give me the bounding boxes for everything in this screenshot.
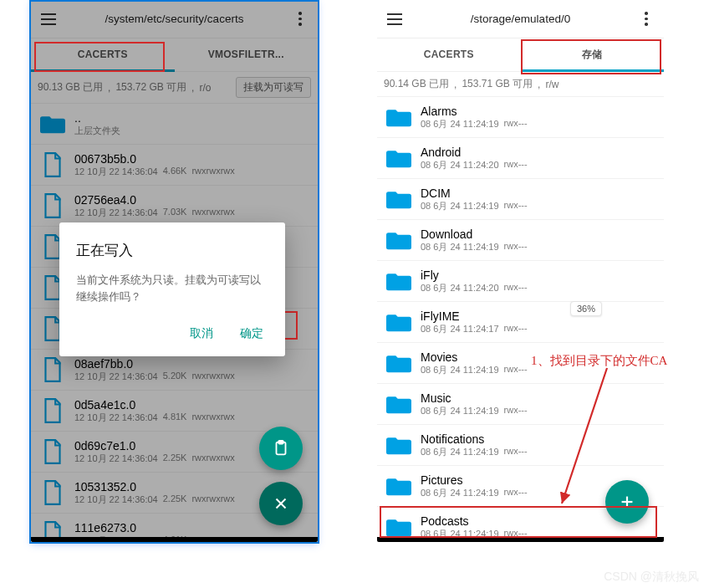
item-name: 00673b5b.0 bbox=[74, 152, 309, 166]
fab-add[interactable] bbox=[605, 480, 649, 524]
path-title: /system/etc/security/cacerts bbox=[59, 13, 289, 25]
tab-vmos[interactable]: VMOSFILETR... bbox=[175, 38, 319, 70]
folder-icon bbox=[385, 307, 412, 337]
dialog-ok[interactable]: 确定 bbox=[235, 320, 268, 348]
menu-icon[interactable] bbox=[384, 8, 406, 30]
list-item[interactable]: 0d5a4e1c.0 12 10月 22 14:36:044.81Krwxrwx… bbox=[31, 390, 318, 431]
folder-icon bbox=[385, 348, 412, 378]
file-icon bbox=[39, 478, 66, 508]
dialog-body: 当前文件系统为只读。挂载为可读写以继续操作吗？ bbox=[76, 272, 268, 304]
item-sub: 上层文件夹 bbox=[74, 125, 120, 137]
item-name: Android bbox=[421, 146, 655, 159]
fab-paste[interactable] bbox=[259, 427, 303, 470]
tab-cacerts[interactable]: CACERTS bbox=[377, 38, 521, 70]
folder-icon bbox=[385, 143, 412, 173]
item-name: 08aef7bb.0 bbox=[74, 357, 309, 371]
folder-icon bbox=[385, 225, 412, 255]
item-sub: 08 6月 24 11:24:17rwx--- bbox=[421, 323, 655, 335]
mode-text: r/o bbox=[199, 82, 211, 94]
path-title: /storage/emulated/0 bbox=[406, 13, 635, 25]
fab-cancel[interactable] bbox=[259, 482, 303, 525]
list-item[interactable]: 02756ea4.0 12 10月 22 14:36:047.03Krwxrwx… bbox=[31, 185, 318, 226]
tabs-left: CACERTS VMOSFILETR... bbox=[31, 38, 318, 72]
folder-icon bbox=[385, 184, 412, 214]
write-dialog: 正在写入 当前文件系统为只读。挂载为可读写以继续操作吗？ 取消 确定 bbox=[59, 222, 285, 356]
list-item[interactable]: Movies 08 6月 24 11:24:19rwx--- bbox=[377, 342, 664, 383]
battery-chip: 36% bbox=[570, 301, 602, 316]
item-name: .. bbox=[74, 111, 309, 125]
folder-icon bbox=[385, 266, 412, 296]
list-item[interactable]: iFly 08 6月 24 11:24:20rwx--- bbox=[377, 260, 664, 301]
list-item[interactable]: Download 08 6月 24 11:24:19rwx--- bbox=[377, 219, 664, 260]
list-item[interactable]: Alarms 08 6月 24 11:24:19rwx--- bbox=[377, 96, 664, 137]
list-item-parent[interactable]: .. 上层文件夹 bbox=[31, 103, 318, 144]
more-icon[interactable] bbox=[289, 8, 311, 30]
free-text: 153.72 GB 可用 bbox=[115, 80, 186, 95]
appbar-right: /storage/emulated/0 bbox=[377, 0, 664, 38]
free-text: 153.71 GB 可用 bbox=[462, 77, 533, 91]
item-sub: 12 10月 22 14:36:045.20Krwxrwxrwx bbox=[74, 371, 309, 383]
mode-text: r/w bbox=[545, 79, 559, 90]
used-text: 90.13 GB 已用 bbox=[38, 80, 103, 95]
item-name: iFly bbox=[421, 268, 655, 282]
tabs-right: CACERTS 存储 bbox=[377, 38, 664, 72]
file-icon bbox=[39, 396, 66, 426]
item-sub: 08 6月 24 11:24:19rwx--- bbox=[421, 200, 655, 212]
item-name: 02756ea4.0 bbox=[74, 193, 309, 207]
list-item[interactable]: iFlyIME 08 6月 24 11:24:17rwx--- bbox=[377, 301, 664, 342]
storage-status: 90.13 GB 已用, 153.72 GB 可用, r/o 挂载为可读写 bbox=[31, 72, 318, 103]
folder-icon bbox=[385, 430, 412, 460]
file-icon bbox=[39, 437, 66, 467]
svg-rect-1 bbox=[278, 441, 283, 444]
item-sub: 08 6月 24 11:24:20rwx--- bbox=[421, 282, 655, 294]
item-sub: 08 6月 24 11:24:19rwx--- bbox=[421, 118, 655, 130]
item-name: Movies bbox=[421, 350, 655, 364]
list-item[interactable]: 00673b5b.0 12 10月 22 14:36:044.66Krwxrwx… bbox=[31, 144, 318, 185]
item-name: DCIM bbox=[421, 187, 655, 200]
item-sub: 12 10月 22 14:36:044.81Krwxrwxrwx bbox=[74, 412, 309, 424]
file-icon bbox=[39, 355, 66, 385]
item-sub: 08 6月 24 11:24:19rwx--- bbox=[421, 241, 655, 253]
item-sub: 12 10月 22 14:36:044.66Krwxrwxrwx bbox=[74, 166, 309, 178]
dialog-title: 正在写入 bbox=[76, 241, 268, 260]
storage-status: 90.14 GB 已用, 153.71 GB 可用, r/w bbox=[377, 72, 664, 96]
item-name: Notifications bbox=[421, 432, 655, 446]
file-icon bbox=[39, 150, 66, 180]
folder-icon bbox=[385, 102, 412, 132]
folder-list: Alarms 08 6月 24 11:24:19rwx--- Android 0… bbox=[377, 96, 664, 542]
item-sub: 08 6月 24 11:24:19rwx--- bbox=[421, 364, 655, 376]
item-name: Alarms bbox=[421, 105, 655, 118]
item-name: iFlyIME bbox=[421, 309, 655, 323]
appbar-left: /system/etc/security/cacerts bbox=[31, 0, 318, 38]
watermark: CSDN @清秋挽风 bbox=[604, 570, 699, 585]
menu-icon[interactable] bbox=[38, 8, 59, 30]
phone-right: /storage/emulated/0 CACERTS 存储 90.14 GB … bbox=[377, 0, 664, 542]
item-name: 0d5a4e1c.0 bbox=[74, 398, 309, 412]
tab-storage[interactable]: 存储 bbox=[521, 38, 665, 70]
item-sub: 12 10月 22 14:36:047.03Krwxrwxrwx bbox=[74, 207, 309, 219]
file-icon bbox=[39, 191, 66, 221]
tab-cacerts[interactable]: CACERTS bbox=[31, 38, 175, 70]
folder-icon bbox=[39, 109, 66, 139]
item-sub: 08 6月 24 11:24:19rwx--- bbox=[421, 446, 655, 458]
item-name: Music bbox=[421, 391, 655, 405]
item-name: Download bbox=[421, 228, 655, 241]
item-sub: 08 6月 24 11:24:19rwx--- bbox=[421, 405, 655, 417]
list-item[interactable]: Notifications 08 6月 24 11:24:19rwx--- bbox=[377, 424, 664, 465]
folder-icon bbox=[385, 471, 412, 501]
list-item[interactable]: DCIM 08 6月 24 11:24:19rwx--- bbox=[377, 178, 664, 219]
list-item[interactable]: Android 08 6月 24 11:24:20rwx--- bbox=[377, 137, 664, 178]
more-icon[interactable] bbox=[635, 8, 657, 30]
list-item[interactable]: Music 08 6月 24 11:24:19rwx--- bbox=[377, 383, 664, 424]
dialog-cancel[interactable]: 取消 bbox=[185, 320, 218, 348]
phone-left: /system/etc/security/cacerts CACERTS VMO… bbox=[31, 0, 318, 542]
item-sub: 08 6月 24 11:24:20rwx--- bbox=[421, 159, 655, 171]
folder-icon bbox=[385, 389, 412, 419]
mount-rw-chip[interactable]: 挂载为可读写 bbox=[236, 77, 311, 98]
used-text: 90.14 GB 已用 bbox=[384, 77, 449, 91]
